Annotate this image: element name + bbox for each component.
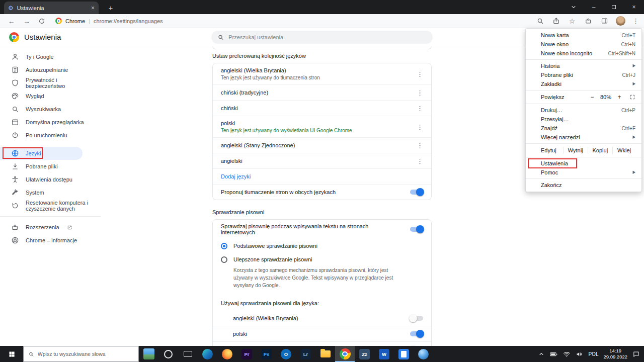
keyboard-language-indicator[interactable]: POL bbox=[588, 351, 598, 357]
back-icon[interactable]: ← bbox=[5, 15, 18, 27]
sidebar-item-resetowanie[interactable]: Resetowanie komputera i czyszczenie dany… bbox=[0, 199, 101, 212]
extensions-icon[interactable] bbox=[584, 17, 593, 26]
address-bar[interactable]: Chrome | chrome://settings/languages bbox=[55, 18, 163, 24]
taskbar-chrome-icon[interactable] bbox=[335, 346, 355, 362]
sidebar-item-chrome-informacje[interactable]: Chrome – informacje bbox=[0, 234, 101, 247]
language-more-icon[interactable]: ⋮ bbox=[415, 105, 425, 112]
taskbar-cortana-icon[interactable] bbox=[158, 346, 178, 362]
menu-item-ustawienia[interactable]: Ustawienia bbox=[526, 159, 641, 168]
action-center-icon[interactable] bbox=[632, 350, 640, 358]
zoom-out-button[interactable]: − bbox=[588, 94, 597, 101]
sidebar-item-jezyki[interactable]: Języki bbox=[0, 147, 83, 160]
language-more-icon[interactable]: ⋮ bbox=[415, 70, 425, 78]
close-button[interactable]: × bbox=[624, 0, 644, 14]
basic-spellcheck-radio[interactable] bbox=[221, 243, 227, 249]
spellcheck-language-toggle[interactable] bbox=[410, 316, 423, 321]
share-icon[interactable] bbox=[551, 17, 560, 26]
new-tab-button[interactable]: + bbox=[106, 3, 116, 13]
taskbar-outlook-icon[interactable]: O bbox=[276, 346, 296, 362]
sidebar-item-prywatnosc[interactable]: Prywatność i bezpieczeństwo bbox=[0, 76, 101, 89]
spellcheck-language-row: angielski (Wielka Brytania) bbox=[213, 310, 431, 326]
profile-avatar[interactable] bbox=[616, 16, 625, 26]
submenu-arrow-icon: ▶ bbox=[633, 63, 635, 68]
cut-button[interactable]: Wytnij bbox=[563, 147, 588, 154]
sidebar-item-label: Ty i Google bbox=[26, 54, 89, 60]
hidden-icons-chevron[interactable] bbox=[538, 351, 544, 357]
translate-toggle[interactable] bbox=[410, 190, 423, 195]
sidebar-item-ty-i-google[interactable]: Ty i Google bbox=[0, 50, 101, 63]
taskbar-zz-app-icon[interactable]: Zz bbox=[355, 346, 374, 362]
fullscreen-icon[interactable] bbox=[629, 94, 635, 100]
language-more-icon[interactable]: ⋮ bbox=[415, 89, 425, 97]
language-row: angielski ⋮ bbox=[213, 153, 431, 168]
zoom-indicator-icon[interactable] bbox=[535, 17, 544, 26]
menu-item-drukuj[interactable]: Drukuj… Ctrl+P bbox=[526, 106, 641, 115]
settings-search[interactable] bbox=[211, 31, 433, 44]
volume-icon[interactable] bbox=[576, 350, 583, 358]
enhanced-spellcheck-radio[interactable] bbox=[221, 256, 227, 263]
sidebar-item-domyslna-przegladarka[interactable]: Domyślna przeglądarka bbox=[0, 116, 101, 129]
taskbar-edge-icon[interactable] bbox=[198, 346, 217, 362]
taskbar-word-icon[interactable]: W bbox=[374, 346, 394, 362]
menu-item-historia[interactable]: Historia ▶ bbox=[526, 61, 641, 70]
paste-button[interactable]: Wklej bbox=[612, 147, 635, 154]
spellcheck-toggle[interactable] bbox=[410, 227, 423, 232]
language-more-icon[interactable]: ⋮ bbox=[415, 157, 425, 165]
menu-item-przesylaj[interactable]: Przesyłaj… bbox=[526, 115, 641, 124]
taskbar-lightroom-icon[interactable]: Lr bbox=[296, 346, 315, 362]
menu-item-pomoc[interactable]: Pomoc ▶ bbox=[526, 168, 641, 177]
menu-item-znajdz[interactable]: Znajdź Ctrl+F bbox=[526, 124, 641, 133]
sidebar-item-wyszukiwarka[interactable]: Wyszukiwarka bbox=[0, 103, 101, 116]
browser-tab[interactable]: ⚙ Ustawienia × bbox=[4, 2, 99, 14]
taskbar-widgets-icon[interactable] bbox=[139, 346, 158, 362]
sidebar-item-ulatwienia-dostepu[interactable]: Ułatwienia dostępu bbox=[0, 173, 101, 186]
language-more-icon[interactable]: ⋮ bbox=[415, 142, 425, 149]
menu-item-nowe-okno[interactable]: Nowe okno Ctrl+N bbox=[526, 40, 641, 49]
taskbar-firefox-icon[interactable] bbox=[217, 346, 237, 362]
battery-icon[interactable] bbox=[549, 350, 558, 358]
sidebar-item-autouzupelnianie[interactable]: Autouzupełnianie bbox=[0, 63, 101, 76]
taskbar-photoshop-icon[interactable]: Ps bbox=[257, 346, 276, 362]
spellcheck-language-toggle[interactable] bbox=[410, 331, 423, 336]
add-languages-link[interactable]: Dodaj języki bbox=[221, 173, 251, 179]
copy-button[interactable]: Kopiuj bbox=[588, 147, 613, 154]
taskbar-file-explorer-icon[interactable] bbox=[315, 346, 335, 362]
language-row: chiński (tradycyjne) ⋮ bbox=[213, 84, 431, 100]
sidebar-item-label: Domyślna przeglądarka bbox=[26, 119, 89, 126]
taskbar-search-input[interactable] bbox=[38, 351, 134, 357]
menu-item-zakoncz[interactable]: Zakończ bbox=[526, 180, 641, 190]
sidebar-item-wyglad[interactable]: Wygląd bbox=[0, 89, 101, 103]
sidebar-item-po-uruchomieniu[interactable]: Po uruchomieniu bbox=[0, 129, 101, 142]
maximize-button[interactable] bbox=[604, 0, 624, 14]
language-more-icon[interactable]: ⋮ bbox=[415, 123, 425, 131]
sidebar-item-pobrane-pliki[interactable]: Pobrane pliki bbox=[0, 160, 101, 173]
menu-item-nowa-karta[interactable]: Nowa karta Ctrl+T bbox=[526, 31, 641, 40]
sidebar-item-system[interactable]: System bbox=[0, 186, 101, 199]
sidebar-item-rozszerzenia[interactable]: Rozszerzenia bbox=[0, 221, 101, 234]
browser-menu-icon[interactable]: ⋮ bbox=[632, 17, 639, 25]
side-panel-icon[interactable] bbox=[600, 17, 609, 26]
zoom-in-button[interactable]: + bbox=[615, 94, 624, 101]
power-icon bbox=[11, 131, 19, 139]
taskbar-task-view-icon[interactable] bbox=[178, 346, 198, 362]
taskbar-search[interactable] bbox=[23, 346, 139, 362]
language-note: Ten język jest używany do wyświetlania U… bbox=[221, 128, 415, 133]
settings-search-input[interactable] bbox=[228, 34, 427, 40]
start-button[interactable] bbox=[0, 346, 23, 362]
reload-icon[interactable] bbox=[35, 15, 48, 27]
tab-close-icon[interactable]: × bbox=[91, 5, 95, 12]
menu-item-pobrane-pliki[interactable]: Pobrane pliki Ctrl+J bbox=[526, 70, 641, 79]
tab-search-icon[interactable] bbox=[564, 0, 584, 14]
taskbar-premiere-icon[interactable]: Pr bbox=[237, 346, 257, 362]
screen: ⚙ Ustawienia × + – × ← → Chrome | chrome… bbox=[0, 0, 644, 362]
menu-item-incognito[interactable]: Nowe okno incognito Ctrl+Shift+N bbox=[526, 49, 641, 58]
bookmark-star-icon[interactable]: ☆ bbox=[568, 17, 577, 26]
wifi-icon[interactable] bbox=[563, 350, 571, 358]
minimize-button[interactable]: – bbox=[584, 0, 604, 14]
forward-icon[interactable]: → bbox=[20, 15, 33, 27]
menu-item-wiecej-narzedzi[interactable]: Więcej narzędzi ▶ bbox=[526, 133, 641, 142]
taskbar-document-app-icon[interactable] bbox=[394, 346, 414, 362]
clock[interactable]: 14:19 29.09.2022 bbox=[603, 348, 627, 360]
taskbar-round-app-icon[interactable] bbox=[414, 346, 433, 362]
menu-item-zakladki[interactable]: Zakładki ▶ bbox=[526, 79, 641, 88]
